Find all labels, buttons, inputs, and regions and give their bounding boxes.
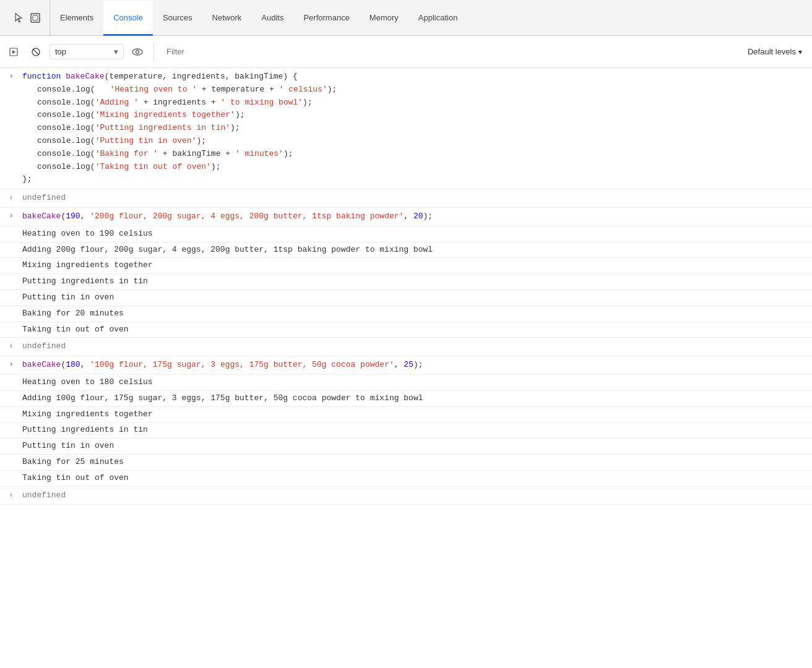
- console-toolbar: top ▾ Default levels ▾: [0, 36, 812, 68]
- devtools-tab-bar: Elements Console Sources Network Audits …: [0, 0, 812, 36]
- log-output-1-3: Mixing ingredients together: [0, 258, 812, 274]
- tab-audits[interactable]: Audits: [251, 1, 293, 36]
- undefined-content-2: undefined: [22, 339, 812, 354]
- log-output-2-3: Mixing ingredients together: [0, 407, 812, 423]
- undefined-result-2: ‹ undefined: [0, 338, 812, 356]
- execute-button[interactable]: [5, 43, 22, 61]
- undefined-content-3: undefined: [22, 488, 812, 503]
- tab-network[interactable]: Network: [202, 1, 252, 36]
- cursor-icon[interactable]: [12, 11, 26, 25]
- log-output-1-5: Putting tin in oven: [0, 290, 812, 306]
- function-definition-content: function bakeCake(temperature, ingredien…: [22, 69, 812, 187]
- bakecake-call-2: › bakeCake(180, '100g flour, 175g sugar,…: [0, 356, 812, 375]
- console-output-area: › function bakeCake(temperature, ingredi…: [0, 68, 812, 505]
- log-output-1-4: Putting ingredients in tin: [0, 274, 812, 290]
- toolbar-divider: [153, 43, 154, 61]
- svg-rect-1: [33, 15, 38, 20]
- expand-arrow-function[interactable]: ›: [0, 69, 22, 82]
- log-output-2-4: Putting ingredients in tin: [0, 422, 812, 439]
- tab-performance[interactable]: Performance: [293, 1, 359, 36]
- tab-sources[interactable]: Sources: [153, 1, 202, 36]
- return-arrow-1: ‹: [0, 191, 22, 204]
- log-output-2-2: Adding 100g flour, 175g sugar, 3 eggs, 1…: [0, 391, 812, 407]
- context-chevron-icon: ▾: [114, 47, 118, 56]
- bakecake-call2-content: bakeCake(180, '100g flour, 175g sugar, 3…: [22, 358, 812, 373]
- default-levels-button[interactable]: Default levels ▾: [743, 45, 807, 59]
- log-output-2-6: Baking for 25 minutes: [0, 455, 812, 471]
- svg-line-4: [33, 49, 39, 55]
- tab-console[interactable]: Console: [103, 1, 153, 36]
- log-output-1-6: Baking for 20 minutes: [0, 306, 812, 322]
- return-arrow-3: ‹: [0, 488, 22, 502]
- tab-memory[interactable]: Memory: [360, 1, 408, 36]
- bakecake-call-1: › bakeCake(190, '200g flour, 200g sugar,…: [0, 208, 812, 226]
- return-arrow-2: ‹: [0, 339, 22, 353]
- tab-application[interactable]: Application: [408, 1, 468, 36]
- expand-arrow-call2[interactable]: ›: [0, 358, 22, 370]
- icon-group: [5, 0, 50, 35]
- log-output-1-1: Heating oven to 190 celsius: [0, 226, 812, 242]
- undefined-result-1: ‹ undefined: [0, 189, 812, 208]
- log-output-2-7: Taking tin out of oven: [0, 471, 812, 487]
- inspect-icon[interactable]: [28, 11, 42, 25]
- context-selector[interactable]: top ▾: [50, 44, 124, 59]
- svg-point-6: [136, 50, 139, 53]
- undefined-result-3: ‹ undefined: [0, 487, 812, 505]
- log-output-1-2: Adding 200g flour, 200g sugar, 4 eggs, 2…: [0, 242, 812, 259]
- svg-rect-0: [31, 14, 40, 22]
- undefined-content-1: undefined: [22, 191, 812, 206]
- log-output-1-7: Taking tin out of oven: [0, 322, 812, 338]
- function-definition-row: › function bakeCake(temperature, ingredi…: [0, 68, 812, 189]
- svg-point-5: [132, 49, 142, 55]
- log-output-2-5: Putting tin in oven: [0, 439, 812, 455]
- bakecake-call1-content: bakeCake(190, '200g flour, 200g sugar, 4…: [22, 209, 812, 225]
- clear-console-button[interactable]: [27, 43, 45, 61]
- tab-elements[interactable]: Elements: [50, 1, 103, 36]
- filter-input[interactable]: [162, 43, 738, 61]
- eye-filter-button[interactable]: [129, 43, 146, 61]
- expand-arrow-call1[interactable]: ›: [0, 209, 22, 222]
- levels-chevron-icon: ▾: [798, 48, 802, 56]
- log-output-2-1: Heating oven to 180 celsius: [0, 375, 812, 391]
